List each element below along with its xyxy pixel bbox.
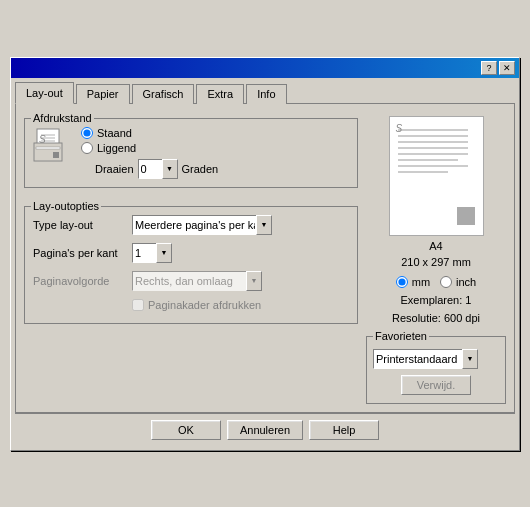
layout-opties-content: Type lay-out Meerdere pagina's per kant … bbox=[33, 215, 349, 315]
tab-extra[interactable]: Extra bbox=[196, 84, 244, 104]
tab-layout[interactable]: Lay-out bbox=[15, 82, 74, 104]
type-layout-label: Type lay-out bbox=[33, 219, 128, 231]
paper-s-char: S bbox=[396, 123, 403, 134]
help-button[interactable]: Help bbox=[309, 420, 379, 440]
draaien-label: Draaien bbox=[95, 163, 134, 175]
afdrukstand-content: S Staand bbox=[33, 127, 349, 179]
title-bar-buttons: ? ✕ bbox=[481, 61, 515, 75]
layout-opties-label: Lay-outopties bbox=[31, 200, 101, 212]
tab-info[interactable]: Info bbox=[246, 84, 286, 104]
draaien-select[interactable]: 0 90 180 270 bbox=[138, 159, 178, 179]
delete-fav-button[interactable]: Verwijd. bbox=[401, 375, 471, 395]
right-panel: S A4 210 x 297 mm bbox=[366, 112, 506, 404]
paper-square bbox=[457, 207, 475, 225]
paper-line-2 bbox=[398, 135, 468, 137]
layout-opties-group: Lay-outopties Type lay-out Meerdere pagi… bbox=[24, 206, 358, 324]
close-title-button[interactable]: ✕ bbox=[499, 61, 515, 75]
mm-radio-row: mm bbox=[396, 276, 430, 288]
type-layout-select[interactable]: Meerdere pagina's per kant Normaal Boekj… bbox=[132, 215, 272, 235]
pages-per-kant-row: Pagina's per kant 1 2 4 6 9 16 bbox=[33, 243, 349, 263]
fav-select[interactable]: Printerstandaard bbox=[373, 349, 478, 369]
staand-label: Staand bbox=[97, 127, 132, 139]
tab-grafisch[interactable]: Grafisch bbox=[132, 84, 195, 104]
paper-line-5 bbox=[398, 153, 468, 155]
resolution-row: Resolutie: 600 dpi bbox=[392, 312, 480, 324]
afdrukstand-group-label: Afdrukstand bbox=[31, 112, 94, 124]
afdruk-radios: Staand Liggend Draaien bbox=[81, 127, 218, 179]
liggend-label: Liggend bbox=[97, 142, 136, 154]
bottom-bar: OK Annuleren Help bbox=[15, 413, 515, 446]
radio-staand[interactable] bbox=[81, 127, 93, 139]
unit-radio-group: mm inch bbox=[396, 276, 477, 288]
copies-row: Exemplaren: 1 bbox=[401, 294, 472, 306]
paper-line-8 bbox=[398, 171, 448, 173]
paginavolgorde-label: Paginavolgorde bbox=[33, 275, 128, 287]
paper-line-1 bbox=[398, 129, 468, 131]
tab-content: Afdrukstand bbox=[15, 103, 515, 413]
resolution-value: 600 dpi bbox=[444, 312, 480, 324]
paper-size-label: A4 bbox=[429, 240, 442, 252]
draaien-select-wrapper: 0 90 180 270 ▼ bbox=[138, 159, 178, 179]
window-body: Lay-out Papier Grafisch Extra Info Afdru… bbox=[11, 78, 519, 450]
afdruk-inner: S Staand bbox=[33, 127, 349, 179]
tab-papier[interactable]: Papier bbox=[76, 84, 130, 104]
inch-label: inch bbox=[456, 276, 476, 288]
tab-bar: Lay-out Papier Grafisch Extra Info bbox=[15, 82, 515, 104]
fav-select-wrapper: Printerstandaard ▼ bbox=[373, 349, 478, 369]
paper-lines bbox=[398, 129, 477, 173]
radio-liggend[interactable] bbox=[81, 142, 93, 154]
graden-label: Graden bbox=[182, 163, 219, 175]
copies-label: Exemplaren: bbox=[401, 294, 463, 306]
paper-dimensions-label: 210 x 297 mm bbox=[401, 256, 471, 268]
paper-line-7 bbox=[398, 165, 468, 167]
type-layout-select-wrapper: Meerdere pagina's per kant Normaal Boekj… bbox=[132, 215, 272, 235]
resolution-label: Resolutie: bbox=[392, 312, 441, 324]
paper-line-4 bbox=[398, 147, 468, 149]
help-title-button[interactable]: ? bbox=[481, 61, 497, 75]
ok-button[interactable]: OK bbox=[151, 420, 221, 440]
pages-select[interactable]: 1 2 4 6 9 16 bbox=[132, 243, 172, 263]
afdrukstand-group: Afdrukstand bbox=[24, 118, 358, 188]
order-select-wrapper: Rechts, dan omlaag Links, dan omlaag Oml… bbox=[132, 271, 262, 291]
pages-per-kant-label: Pagina's per kant bbox=[33, 247, 128, 259]
order-select[interactable]: Rechts, dan omlaag Links, dan omlaag Oml… bbox=[132, 271, 262, 291]
title-bar: ? ✕ bbox=[11, 58, 519, 78]
mm-label: mm bbox=[412, 276, 430, 288]
inch-radio-row: inch bbox=[440, 276, 476, 288]
copies-value: 1 bbox=[465, 294, 471, 306]
svg-rect-9 bbox=[53, 152, 59, 158]
radio-inch[interactable] bbox=[440, 276, 452, 288]
border-label: Paginakader afdrukken bbox=[148, 299, 261, 311]
fav-buttons: Verwijd. bbox=[373, 375, 499, 395]
paper-line-6 bbox=[398, 159, 458, 161]
paper-preview: S bbox=[389, 116, 484, 236]
left-panel: Afdrukstand bbox=[24, 112, 358, 404]
border-row: Paginakader afdrukken bbox=[33, 299, 349, 311]
radio-mm[interactable] bbox=[396, 276, 408, 288]
cancel-button[interactable]: Annuleren bbox=[227, 420, 303, 440]
radio-liggend-row: Liggend bbox=[81, 142, 218, 154]
main-window: ? ✕ Lay-out Papier Grafisch Extra Info A… bbox=[10, 57, 520, 451]
svg-rect-10 bbox=[36, 147, 60, 149]
type-layout-row: Type lay-out Meerdere pagina's per kant … bbox=[33, 215, 349, 235]
pages-select-wrapper: 1 2 4 6 9 16 ▼ bbox=[132, 243, 172, 263]
fav-select-wrapper-outer: Printerstandaard ▼ bbox=[373, 349, 499, 369]
draaien-row: Draaien 0 90 180 270 ▼ bbox=[95, 159, 218, 179]
favorieten-group: Favorieten Printerstandaard ▼ Verwijd. bbox=[366, 336, 506, 404]
favorieten-group-label: Favorieten bbox=[373, 330, 429, 342]
radio-staand-row: Staand bbox=[81, 127, 218, 139]
paginavolgorde-row: Paginavolgorde Rechts, dan omlaag Links,… bbox=[33, 271, 349, 291]
border-checkbox[interactable] bbox=[132, 299, 144, 311]
printer-icon: S bbox=[33, 127, 73, 167]
paper-line-3 bbox=[398, 141, 468, 143]
